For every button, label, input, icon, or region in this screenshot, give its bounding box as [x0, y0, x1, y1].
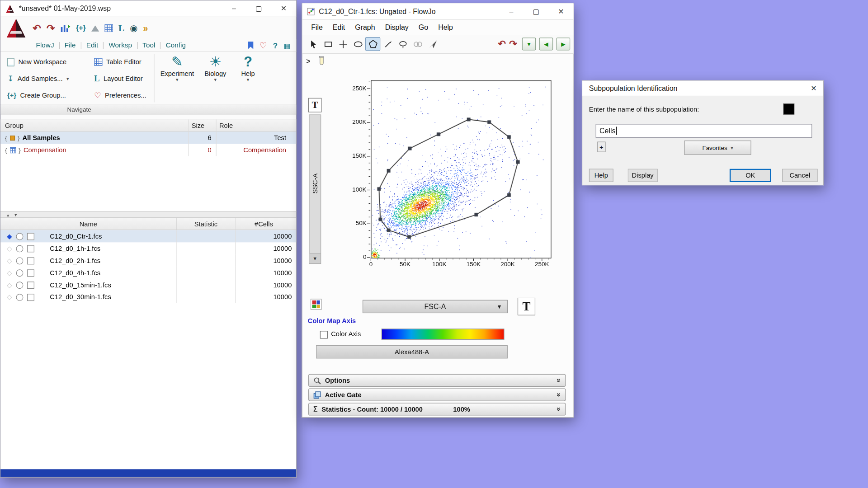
histogram-icon[interactable] [91, 25, 99, 31]
auto-gate-tool-button[interactable] [395, 37, 410, 51]
maximize-button[interactable]: ▢ [524, 3, 548, 19]
add-sample-bars-icon[interactable] [61, 24, 71, 33]
sample-checkbox[interactable] [27, 257, 34, 264]
statistics-panel-bar[interactable]: Σ Statistics - Count: 10000 / 10000 100%… [308, 403, 566, 415]
experiment-button[interactable]: ✎ Experiment ▾ [158, 53, 196, 83]
layout-editor-icon[interactable]: L [118, 23, 124, 33]
sample-checkbox[interactable] [27, 245, 34, 252]
dialog-titlebar[interactable]: Subpopulation Identification ✕ [582, 81, 823, 96]
tab-file[interactable]: File [65, 42, 76, 49]
table-editor-button[interactable]: Table Editor [92, 54, 148, 70]
subpopulation-name-input[interactable]: Cells [596, 124, 812, 138]
pointer-tool-button[interactable] [306, 37, 321, 51]
panel-expander[interactable]: > [306, 57, 310, 65]
color-parameter-button[interactable]: Alexa488-A [316, 345, 508, 358]
gate-vertex-handle[interactable] [474, 213, 478, 216]
globe-icon[interactable]: ◉ [130, 23, 137, 33]
tab-config[interactable]: Config [166, 42, 186, 49]
gate-vertex-handle[interactable] [467, 117, 471, 121]
graph-undo-icon[interactable]: ↶ [496, 38, 508, 50]
gate-vertex-handle[interactable] [387, 228, 391, 232]
freehand-gate-tool-button[interactable] [380, 37, 395, 51]
graph-settings-icon[interactable] [311, 299, 321, 310]
sample-radio[interactable] [16, 294, 24, 301]
bookmark-icon[interactable] [248, 42, 253, 49]
maximize-button[interactable]: ▢ [246, 0, 271, 17]
sample-row[interactable]: ◇C12_d0_1h-1.fcs 10000 [0, 242, 296, 254]
heart-icon[interactable]: ♡ [259, 40, 267, 50]
x-axis-text-button[interactable]: T [518, 298, 535, 315]
fast-forward-icon[interactable]: » [143, 23, 148, 33]
menu-display[interactable]: Display [381, 22, 413, 33]
gate-vertex-handle[interactable] [378, 217, 382, 221]
sample-row[interactable]: ◇C12_d0_4h-1.fcs 10000 [0, 267, 296, 279]
table-splitter[interactable]: ▲ ▼ [0, 211, 296, 218]
display-button[interactable]: Display [628, 169, 658, 182]
sample-radio[interactable] [16, 282, 24, 289]
create-group-icon[interactable]: {+} [76, 23, 86, 33]
add-samples-button[interactable]: ↧ Add Samples... ▾ [5, 70, 71, 87]
table-editor-icon[interactable] [104, 24, 113, 32]
y-axis-text-button[interactable]: T [308, 98, 321, 113]
undo-icon[interactable]: ↶ [33, 23, 41, 33]
sample-radio[interactable] [16, 257, 24, 264]
menu-file[interactable]: File [307, 22, 327, 33]
sample-radio[interactable] [16, 269, 24, 277]
mini-grid-icon[interactable]: ▦ [284, 41, 291, 49]
gate-vertex-handle[interactable] [516, 160, 520, 164]
preferences-button[interactable]: ♡ Preferences... [92, 87, 148, 103]
expand-chevrons-icon[interactable]: » [555, 378, 563, 382]
help-button[interactable]: ? Help ▾ [235, 53, 260, 83]
workspace-titlebar[interactable]: *unsaved* 01-May-2019.wsp – ▢ ✕ [0, 0, 296, 17]
splitter-down-icon[interactable]: ▼ [14, 213, 18, 217]
gate-vertex-handle[interactable] [507, 135, 511, 139]
sample-radio[interactable] [16, 233, 24, 240]
color-axis-checkbox[interactable] [320, 331, 328, 338]
expand-chevrons-icon[interactable]: » [555, 393, 563, 397]
quad-gate-tool-button[interactable] [335, 37, 350, 51]
dart-tool-button[interactable] [425, 37, 440, 51]
add-favorite-button[interactable]: + [597, 141, 605, 152]
menu-go[interactable]: Go [414, 22, 433, 33]
close-button[interactable]: ✕ [548, 3, 573, 19]
tab-edit[interactable]: Edit [86, 42, 98, 49]
splitter-up-icon[interactable]: ▲ [6, 213, 9, 217]
gate-color-swatch[interactable] [783, 103, 794, 114]
redo-icon[interactable]: ↷ [47, 23, 55, 33]
gate-vertex-handle[interactable] [408, 146, 411, 150]
sample-row[interactable]: ◇C12_d0_15min-1.fcs 10000 [0, 279, 296, 291]
graph-titlebar[interactable]: C12_d0_Ctr-1.fcs: Ungated - FlowJo – ▢ ✕ [302, 3, 574, 20]
sample-row[interactable]: ◇C12_d0_30min-1.fcs 10000 [0, 291, 296, 303]
x-axis-parameter-dropdown[interactable]: FSC-A ▼ [363, 300, 508, 313]
sample-checkbox[interactable] [27, 233, 34, 240]
help-button[interactable]: Help [589, 169, 613, 182]
drill-down-button[interactable]: ▼ [522, 38, 536, 50]
cancel-button[interactable]: Cancel [782, 169, 817, 182]
group-row-all-samples[interactable]: {} All Samples 6 Test [0, 131, 296, 144]
help-icon[interactable]: ? [273, 41, 278, 50]
ok-button[interactable]: OK [730, 169, 771, 182]
menu-edit[interactable]: Edit [328, 22, 349, 33]
rectangle-gate-tool-button[interactable] [321, 37, 335, 51]
favorites-dropdown[interactable]: Favorites ▾ [684, 141, 751, 155]
tab-workspace[interactable]: Worksp [108, 42, 132, 49]
graph-redo-icon[interactable]: ↷ [508, 38, 519, 50]
sample-radio[interactable] [16, 245, 24, 252]
minimize-button[interactable]: – [222, 0, 246, 17]
group-row-compensation[interactable]: {} Compensation 0 Compensation [0, 144, 296, 156]
sample-row[interactable]: ◆C12_d0_Ctr-1.fcs 10000 [0, 230, 296, 242]
create-group-button[interactable]: {+} Create Group... [5, 87, 71, 103]
new-workspace-button[interactable]: New Workspace [5, 54, 71, 70]
density-plot[interactable] [371, 80, 551, 258]
menu-help[interactable]: Help [434, 22, 457, 33]
sample-checkbox[interactable] [27, 294, 34, 301]
polygon-gate-tool-button[interactable] [365, 37, 380, 51]
expand-chevrons-icon[interactable]: » [555, 407, 563, 411]
y-axis-parameter-button[interactable]: SSC-A ▼ [309, 114, 321, 264]
ellipse-gate-tool-button[interactable] [350, 37, 365, 51]
gate-vertex-handle[interactable] [507, 193, 511, 197]
sample-checkbox[interactable] [27, 282, 34, 289]
close-button[interactable]: ✕ [271, 0, 296, 17]
close-icon[interactable]: ✕ [804, 81, 823, 96]
next-sample-button[interactable]: ▶ [557, 38, 571, 50]
